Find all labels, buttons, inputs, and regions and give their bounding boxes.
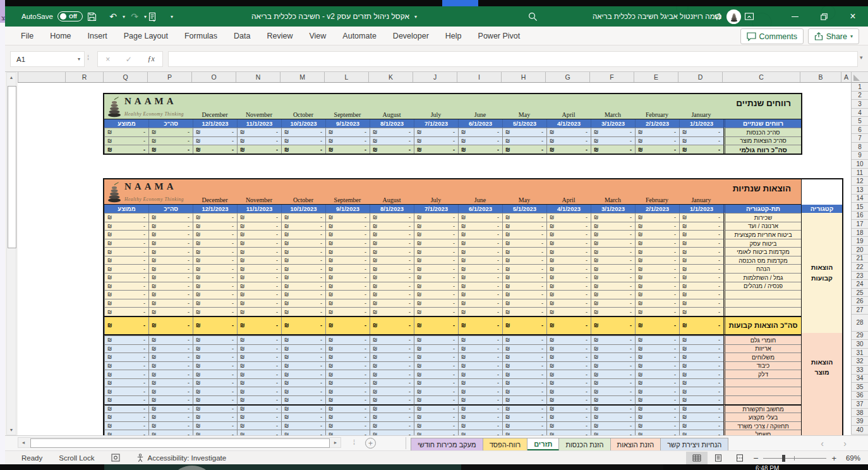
money-cell[interactable]: ₪- [546,290,591,299]
money-cell[interactable]: ₪- [591,282,635,291]
money-cell[interactable]: ₪- [370,413,414,421]
row-header-26[interactable]: 26 [852,297,868,306]
money-cell[interactable]: ₪- [679,370,723,378]
money-cell[interactable]: ₪- [281,387,325,395]
money-cell[interactable]: ₪- [281,378,325,387]
money-cell[interactable]: ₪- [458,413,502,421]
money-cell[interactable]: ₪- [591,387,635,395]
money-cell[interactable]: ₪- [502,378,546,387]
accessibility-status[interactable]: Accessibility: Investigate [136,454,227,462]
sheet-tab-6[interactable]: הנחיות ויצירת קשר [661,438,728,451]
page-break-view-icon[interactable] [729,452,750,464]
money-cell[interactable]: ₪- [502,421,546,430]
money-cell[interactable]: ₪- [237,421,281,430]
money-cell[interactable]: ₪- [237,230,281,239]
money-cell[interactable]: ₪- [370,128,414,136]
money-cell[interactable]: ₪- [281,317,325,334]
row-label[interactable]: אריזות [723,344,801,353]
column-header-F[interactable]: F [589,72,634,82]
money-cell[interactable]: ₪- [104,264,148,273]
money-cell[interactable]: ₪- [237,136,281,145]
row-label[interactable]: כיבוד [723,361,801,370]
column-header-I[interactable]: I [457,72,501,82]
name-box[interactable]: A1 ▾ [10,51,85,67]
money-cell[interactable]: ₪- [281,145,325,154]
money-cell[interactable]: ₪- [237,213,281,222]
row-label[interactable]: משלוחים [723,352,801,361]
money-cell[interactable]: ₪- [414,378,458,387]
column-header-P[interactable]: P [147,72,191,82]
tab-strip-handle[interactable]: ⁞ [353,438,355,446]
money-cell[interactable]: ₪- [635,264,679,273]
money-cell[interactable]: ₪- [458,145,502,154]
column-header-M[interactable]: M [280,72,324,82]
money-cell[interactable]: ₪- [679,128,723,136]
money-cell[interactable]: ₪- [414,421,458,430]
scroll-up-icon[interactable]: ▲ [7,73,16,82]
money-cell[interactable]: ₪- [502,335,546,344]
money-cell[interactable]: ₪- [325,239,370,248]
select-all-corner[interactable] [851,72,868,83]
money-cell[interactable]: ₪- [193,307,237,316]
money-cell[interactable]: ₪- [502,370,546,378]
money-cell[interactable]: ₪- [679,264,723,273]
ribbon-tab-help[interactable]: Help [437,32,470,40]
money-cell[interactable]: ₪- [635,317,679,334]
page-layout-view-icon[interactable] [708,452,729,464]
money-cell[interactable]: ₪- [193,317,237,334]
money-cell[interactable]: ₪- [148,307,193,316]
money-cell[interactable]: ₪- [458,128,502,136]
money-cell[interactable]: ₪- [325,230,370,239]
money-cell[interactable]: ₪- [104,222,148,231]
zoom-slider[interactable] [763,458,826,459]
row-label[interactable]: מקדמות ביטוח לאומי [723,247,801,256]
money-cell[interactable]: ₪- [325,145,370,154]
ribbon-tab-developer[interactable]: Developer [385,32,437,40]
money-cell[interactable]: ₪- [502,361,546,370]
money-cell[interactable]: ₪- [635,282,679,291]
money-cell[interactable]: ₪- [104,413,148,421]
feedback-icon[interactable] [706,6,732,27]
money-cell[interactable]: ₪- [148,404,193,413]
money-cell[interactable]: ₪- [193,352,237,361]
row-header-5[interactable]: 5 [852,117,868,126]
money-cell[interactable]: ₪- [193,421,237,430]
row-header-11[interactable]: 11 [852,169,868,178]
money-cell[interactable]: ₪- [193,239,237,248]
money-cell[interactable]: ₪- [281,413,325,421]
money-cell[interactable]: ₪- [193,361,237,370]
money-cell[interactable]: ₪- [458,273,502,282]
money-cell[interactable]: ₪- [546,247,591,256]
money-cell[interactable]: ₪- [325,387,370,395]
money-cell[interactable]: ₪- [679,213,723,222]
money-cell[interactable]: ₪- [237,247,281,256]
money-cell[interactable]: ₪- [237,413,281,421]
ribbon-tab-automate[interactable]: Automate [334,32,385,40]
money-cell[interactable]: ₪- [591,378,635,387]
money-cell[interactable]: ₪- [237,395,281,404]
money-cell[interactable]: ₪- [414,282,458,291]
zoom-percentage[interactable]: 69% [841,454,860,462]
column-header-L[interactable]: L [324,72,368,82]
money-cell[interactable]: ₪- [458,136,502,145]
money-cell[interactable]: ₪- [325,264,370,273]
row-label[interactable] [723,387,801,395]
sheet-tab-5[interactable]: הזנת הוצאות [611,438,661,451]
money-cell[interactable]: ₪- [237,264,281,273]
money-cell[interactable]: ₪- [502,239,546,248]
money-cell[interactable]: ₪- [104,282,148,291]
money-cell[interactable]: ₪- [635,413,679,421]
money-cell[interactable]: ₪- [591,421,635,430]
row-label[interactable]: מחשוב ותקשורת [723,404,801,413]
money-cell[interactable]: ₪- [370,344,414,353]
money-cell[interactable]: ₪- [635,421,679,430]
money-cell[interactable]: ₪- [325,290,370,299]
scroll-right-icon[interactable]: ► [331,438,340,447]
money-cell[interactable]: ₪- [148,370,193,378]
money-cell[interactable]: ₪- [414,213,458,222]
money-cell[interactable]: ₪- [237,378,281,387]
money-cell[interactable]: ₪- [193,282,237,291]
row-header-4[interactable]: 4 [852,109,868,118]
money-cell[interactable]: ₪- [414,335,458,344]
money-cell[interactable]: ₪- [104,352,148,361]
